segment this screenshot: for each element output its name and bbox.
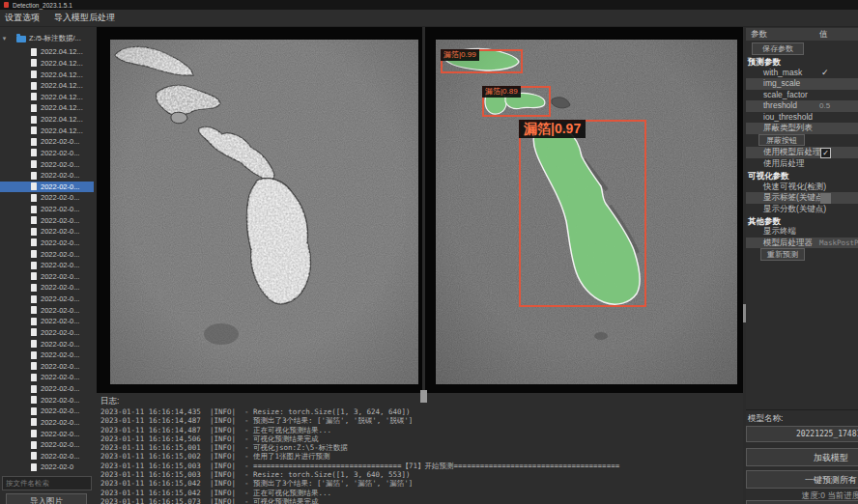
- chevron-down-icon[interactable]: ▾: [0, 35, 9, 42]
- param-value: MaskPostPro: [819, 238, 858, 249]
- tree-item-label: 2022.04.12...: [41, 103, 83, 112]
- tree-item-label: 2022-02-0...: [41, 362, 79, 371]
- param-row-model-post[interactable]: 模型后处理器 MaskPostPro: [746, 238, 858, 249]
- model-name-combo[interactable]: 20221225_174813: [746, 426, 858, 442]
- tree-item[interactable]: 2022.04.12...: [0, 125, 94, 136]
- tree-item[interactable]: 2022-02-0...: [0, 394, 94, 406]
- param-row-iou-threshold[interactable]: iou_threshold: [746, 112, 858, 124]
- file-icon: [31, 407, 37, 415]
- tree-item-label: 2022-02-0...: [41, 261, 79, 269]
- file-icon: [31, 441, 37, 449]
- menu-item-import-model-post[interactable]: 导入模型后处理: [54, 12, 115, 24]
- tree-item[interactable]: 2022-02-0...: [0, 238, 94, 249]
- param-row-threshold[interactable]: threshold 0.5: [746, 100, 858, 112]
- tree-item[interactable]: 2022-02-0...: [0, 338, 94, 350]
- tree-item-label: 2022-02-0...: [41, 396, 79, 405]
- tree-item[interactable]: 2022-02-0...: [0, 327, 94, 339]
- log-line: 2023-01-11 16:16:15,042 |INFO| - 预测出了3个结…: [100, 479, 619, 488]
- tree-item[interactable]: 2022-02-0...: [0, 136, 94, 148]
- tree-item[interactable]: 2022-02-0...: [0, 248, 94, 260]
- checkbox-unchecked[interactable]: [820, 193, 831, 204]
- tree-item-label: 2022-02-0...: [41, 137, 79, 146]
- param-row-quick-vis[interactable]: 快速可视化(检测): [746, 182, 858, 193]
- tree-item[interactable]: 2022.04.12...: [0, 58, 94, 70]
- tree-item-label: 2022-02-0...: [41, 149, 79, 157]
- param-row-show-label[interactable]: 显示标签(关键点): [746, 192, 858, 204]
- tree-item-label: 2022-02-0...: [41, 384, 79, 393]
- prediction-viewport[interactable]: 漏箔|0.99 漏箔|0.89 漏箔|0.97: [425, 27, 743, 393]
- predict-all-button[interactable]: 一键预测所有: [746, 470, 858, 489]
- mask-button[interactable]: 屏蔽按钮: [758, 134, 805, 146]
- tree-item[interactable]: 2022-02-0...: [0, 182, 94, 193]
- param-name: 显示终端: [763, 226, 796, 236]
- menu-bar: 设置选项 导入模型后处理: [0, 10, 858, 27]
- tree-item[interactable]: 2022-02-0: [0, 462, 94, 473]
- params-header-param: 参数: [751, 28, 767, 41]
- tree-item[interactable]: 2022-02-0...: [0, 282, 94, 294]
- param-row-img-scale[interactable]: img_scale: [746, 78, 858, 90]
- tree-item-label: 2022-02-0...: [41, 160, 79, 169]
- tree-item[interactable]: 2022-02-0...: [0, 294, 94, 305]
- tree-item[interactable]: 2022.04.12...: [0, 69, 94, 80]
- tree-item[interactable]: 2022.04.12...: [0, 46, 94, 58]
- load-model-button[interactable]: 加载模型: [746, 448, 858, 466]
- param-row-with-mask[interactable]: with_mask ✓: [746, 68, 858, 79]
- log-line: 2023-01-11 16:16:14,435 |INFO| - Resize:…: [100, 407, 619, 416]
- param-row-scale-factor[interactable]: scale_factor: [746, 90, 858, 101]
- tree-item[interactable]: 2022-02-0...: [0, 148, 94, 159]
- tree-item[interactable]: 2022-02-0...: [0, 304, 94, 316]
- tree-root-label: Z:/5-标注数据/...: [29, 34, 81, 43]
- tree-item-label: 2022.04.12...: [41, 126, 83, 135]
- tree-item[interactable]: 2022-02-0...: [0, 271, 94, 283]
- tree-item[interactable]: 2022-02-0...: [0, 428, 94, 439]
- import-images-button[interactable]: 导入图片: [6, 493, 87, 504]
- repredict-button[interactable]: 重新预测: [760, 248, 805, 261]
- splitter-handle[interactable]: [420, 390, 427, 403]
- tree-item[interactable]: 2022-02-0...: [0, 417, 94, 429]
- tree-item[interactable]: 2022-02-0...: [0, 204, 94, 215]
- param-row-mask-type-list[interactable]: 屏蔽类型列表: [746, 123, 858, 134]
- tree-item[interactable]: 2022-02-0...: [0, 350, 94, 361]
- tree-item[interactable]: 2022.04.12...: [0, 80, 94, 92]
- param-row-show-score[interactable]: 显示分数(关键点): [746, 204, 858, 215]
- log-lines[interactable]: 2023-01-11 16:16:14,435 |INFO| - Resize:…: [100, 407, 619, 504]
- log-line: 2023-01-11 16:16:15,003 |INFO| - =======…: [100, 462, 619, 470]
- detection-box-2: 漏箔|0.89: [482, 86, 551, 117]
- tree-item[interactable]: 2022-02-0...: [0, 451, 94, 462]
- post-process-params-button[interactable]: 后处理参数设置: [746, 500, 858, 504]
- tree-item[interactable]: 2022-02-0...: [0, 372, 94, 383]
- file-icon: [31, 295, 37, 303]
- tree-item[interactable]: 2022-02-0...: [0, 214, 94, 226]
- tree-item[interactable]: 2022.04.12...: [0, 92, 94, 103]
- param-value[interactable]: 0.5: [819, 100, 830, 112]
- param-row-use-model-post[interactable]: 使用模型后处理 ✓: [746, 147, 858, 158]
- tree-item[interactable]: 2022.04.12...: [0, 102, 94, 114]
- tree-item[interactable]: 2022-02-0...: [0, 406, 94, 417]
- tree-item[interactable]: 2022-02-0...: [0, 158, 94, 170]
- file-icon: [31, 160, 37, 168]
- param-name: threshold: [763, 100, 797, 110]
- check-icon: ✓: [821, 68, 829, 79]
- param-row-use-post[interactable]: 使用后处理: [746, 158, 858, 170]
- tree-item[interactable]: 2022-02-0...: [0, 260, 94, 271]
- filename-search-input[interactable]: [2, 476, 92, 490]
- scrollbar-thumb[interactable]: [743, 304, 746, 322]
- raw-image-viewport[interactable]: [97, 27, 422, 393]
- tree-item-label: 2022-02-0...: [41, 406, 79, 415]
- tree-item[interactable]: 2022-02-0...: [0, 439, 94, 451]
- menu-item-settings[interactable]: 设置选项: [5, 12, 40, 24]
- tree-item[interactable]: 2022-02-0...: [0, 316, 94, 327]
- tree-item[interactable]: 2022-02-0...: [0, 192, 94, 204]
- tree-item-label: 2022-02-0...: [41, 440, 79, 449]
- tree-item[interactable]: 2022-02-0...: [0, 226, 94, 238]
- tree-item[interactable]: 2022.04.12...: [0, 114, 94, 126]
- tree-root[interactable]: ▾ Z:/5-标注数据/...: [0, 33, 94, 44]
- param-row-show-terminal[interactable]: 显示终端: [746, 226, 858, 238]
- file-icon: [31, 48, 37, 56]
- file-icon: [31, 272, 37, 280]
- tree-item[interactable]: 2022-02-0...: [0, 383, 94, 395]
- tree-item[interactable]: 2022-02-0...: [0, 170, 94, 182]
- tree-item[interactable]: 2022-02-0...: [0, 361, 94, 373]
- save-params-button[interactable]: 保存参数: [752, 42, 804, 55]
- checkbox-checked[interactable]: ✓: [820, 148, 831, 158]
